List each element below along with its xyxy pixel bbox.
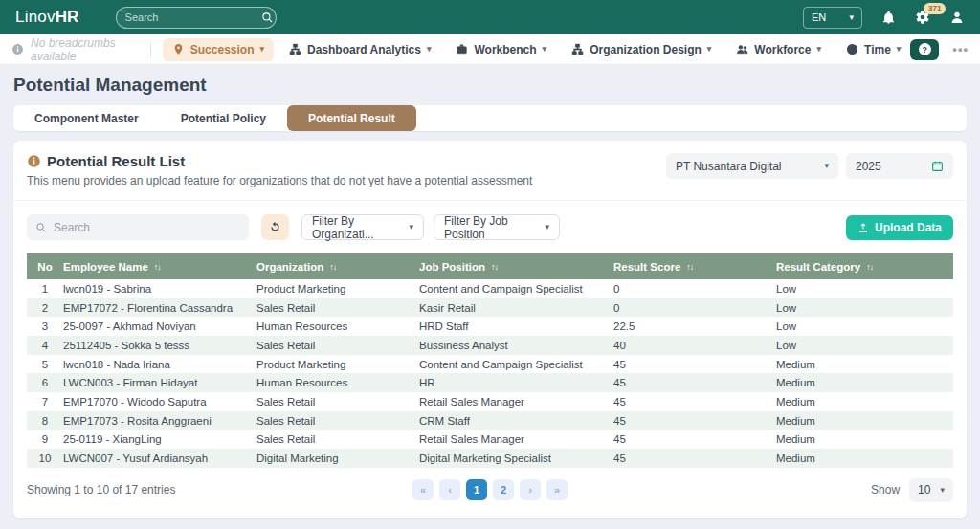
column-header-job-position[interactable]: Job Position↑↓ bbox=[419, 261, 613, 273]
table-row[interactable]: 2EMP17072 - Florentina CassandraSales Re… bbox=[27, 298, 953, 318]
nav-item-label: Workbench bbox=[474, 43, 536, 56]
cell-result-category: Medium bbox=[776, 415, 953, 427]
chevron-down-icon: ▾ bbox=[849, 13, 854, 22]
nav-item-label: Succession bbox=[190, 43, 255, 56]
more-menu-button[interactable]: ••• bbox=[952, 42, 969, 56]
table-row[interactable]: 7EMP17070 - Widodo SaputraSales RetailRe… bbox=[27, 392, 953, 411]
entries-summary: Showing 1 to 10 of 17 entries bbox=[27, 483, 323, 496]
topbar: LinovHR EN ▾ 371 bbox=[0, 0, 980, 34]
cell-employee-name: lwcn019 - Sabrina bbox=[63, 283, 256, 295]
page-title: Potential Management bbox=[13, 75, 967, 96]
table-search[interactable] bbox=[27, 214, 249, 240]
table-row[interactable]: 6LWCN003 - Firman HidayatHuman Resources… bbox=[27, 373, 953, 392]
sort-icon: ↑↓ bbox=[329, 262, 336, 272]
cell-job-position: Content and Campaign Specialist bbox=[419, 283, 613, 295]
tab-potential-result[interactable]: Potential Result bbox=[287, 105, 416, 131]
nav-item-organization-design[interactable]: Organization Design▾ bbox=[562, 38, 721, 61]
tab-potential-policy[interactable]: Potential Policy bbox=[160, 105, 287, 131]
table-header-row: NoEmployee Name↑↓Organization↑↓Job Posit… bbox=[27, 253, 953, 279]
cell-employee-name: EMP17072 - Florentina Cassandra bbox=[63, 302, 256, 314]
question-icon: ? bbox=[919, 43, 931, 55]
cell-result-score: 45 bbox=[613, 396, 776, 408]
table-row[interactable]: 925-0119 - XiangLingSales RetailRetail S… bbox=[27, 430, 953, 450]
show-label: Show bbox=[871, 483, 900, 496]
tab-component-master[interactable]: Component Master bbox=[13, 105, 160, 131]
global-search[interactable] bbox=[116, 7, 277, 29]
cell-no: 2 bbox=[27, 302, 63, 314]
column-header-employee-name[interactable]: Employee Name↑↓ bbox=[63, 261, 256, 273]
page-size-select[interactable]: 10 ▾ bbox=[909, 478, 953, 502]
chevron-down-icon: ▾ bbox=[824, 162, 829, 170]
app-logo: LinovHR bbox=[15, 8, 79, 27]
year-picker[interactable]: 2025 bbox=[846, 153, 953, 179]
cell-organization: Product Marketing bbox=[256, 359, 419, 370]
sort-icon: ↑↓ bbox=[866, 262, 873, 272]
notifications-bell-button[interactable] bbox=[881, 11, 896, 25]
person-icon bbox=[949, 10, 965, 25]
profile-button[interactable] bbox=[949, 10, 965, 25]
cell-result-category: Low bbox=[776, 283, 953, 295]
main-navbar: No breadcrumbs available Succession▾Dash… bbox=[0, 34, 980, 65]
cell-employee-name: 25112405 - Sokka 5 tesss bbox=[63, 340, 256, 351]
nav-item-succession[interactable]: Succession▾ bbox=[163, 38, 274, 61]
filter-job-position-value: Filter By Job Position bbox=[444, 214, 545, 241]
column-header-result-score[interactable]: Result Score↑↓ bbox=[613, 261, 776, 273]
cell-organization: Sales Retail bbox=[256, 396, 419, 408]
cell-employee-name: lwcn018 - Nada Iriana bbox=[63, 359, 256, 370]
cell-result-score: 45 bbox=[613, 452, 776, 464]
company-select[interactable]: PT Nusantara Digital ▾ bbox=[666, 153, 838, 179]
nav-item-workforce[interactable]: Workforce▾ bbox=[726, 38, 831, 61]
page-button-1[interactable]: 1 bbox=[466, 479, 487, 500]
briefcase-icon bbox=[456, 43, 468, 55]
cell-job-position: HRD Staff bbox=[419, 320, 613, 332]
pager-nav-button[interactable]: › bbox=[520, 479, 541, 500]
page-size-value: 10 bbox=[918, 483, 930, 496]
cell-result-score: 45 bbox=[613, 415, 776, 427]
column-label: Result Score bbox=[613, 261, 680, 273]
column-header-result-category[interactable]: Result Category↑↓ bbox=[776, 261, 953, 273]
cell-job-position: Content and Campaign Specialist bbox=[419, 359, 613, 370]
clock-icon bbox=[846, 43, 858, 55]
chevron-down-icon: ▾ bbox=[259, 45, 264, 54]
column-header-organization[interactable]: Organization↑↓ bbox=[256, 261, 419, 273]
table-search-input[interactable] bbox=[54, 221, 240, 234]
settings-gear-button[interactable]: 371 bbox=[915, 10, 930, 25]
help-button[interactable]: ? bbox=[910, 39, 939, 60]
pager-nav-button[interactable]: « bbox=[412, 479, 434, 500]
sort-icon: ↑↓ bbox=[491, 262, 498, 272]
upload-data-button[interactable]: Upload Data bbox=[846, 215, 953, 240]
global-search-input[interactable] bbox=[125, 11, 261, 23]
cell-no: 7 bbox=[27, 396, 63, 408]
nav-item-workbench[interactable]: Workbench▾ bbox=[446, 38, 556, 61]
cell-result-category: Medium bbox=[776, 433, 953, 445]
column-label: Job Position bbox=[419, 261, 485, 273]
cell-employee-name: LWCN007 - Yusuf Ardiansyah bbox=[63, 452, 256, 464]
nav-item-label: Organization Design bbox=[590, 43, 702, 56]
table-row[interactable]: 425112405 - Sokka 5 tesssSales RetailBus… bbox=[27, 336, 953, 355]
cell-no: 9 bbox=[27, 433, 63, 445]
language-selector[interactable]: EN ▾ bbox=[803, 7, 862, 29]
filter-job-position-select[interactable]: Filter By Job Position ▾ bbox=[434, 214, 560, 240]
pager-nav-button[interactable]: ‹ bbox=[439, 479, 460, 500]
column-label: Result Category bbox=[776, 261, 860, 273]
page-button-2[interactable]: 2 bbox=[493, 479, 514, 500]
refresh-button[interactable] bbox=[261, 214, 289, 240]
breadcrumb-hint-text: No breadcrumbs available bbox=[31, 36, 139, 63]
cell-result-score: 22.5 bbox=[613, 320, 776, 332]
cell-result-category: Medium bbox=[776, 377, 953, 388]
card-title: Potential Result List bbox=[47, 153, 185, 169]
pager-nav-button[interactable]: » bbox=[546, 479, 568, 500]
nav-item-time[interactable]: Time▾ bbox=[836, 38, 910, 61]
table-row[interactable]: 5lwcn018 - Nada IrianaProduct MarketingC… bbox=[27, 355, 953, 374]
cell-job-position: Bussiness Analyst bbox=[419, 340, 613, 351]
nav-item-dashboard-analytics[interactable]: Dashboard Analytics▾ bbox=[279, 38, 440, 61]
table-row[interactable]: 325-0097 - Akhmad NoviyanHuman Resources… bbox=[27, 317, 953, 336]
filter-organization-select[interactable]: Filter By Organizati... ▾ bbox=[301, 214, 424, 240]
cell-result-score: 45 bbox=[613, 377, 776, 388]
cell-organization: Sales Retail bbox=[256, 340, 419, 351]
upload-data-label: Upload Data bbox=[875, 221, 942, 234]
cell-result-category: Medium bbox=[776, 396, 953, 408]
table-row[interactable]: 8EMP17073 - Rosita AnggraeniSales Retail… bbox=[27, 411, 953, 430]
table-row[interactable]: 10LWCN007 - Yusuf ArdiansyahDigital Mark… bbox=[27, 449, 953, 468]
table-row[interactable]: 1lwcn019 - SabrinaProduct MarketingConte… bbox=[27, 279, 953, 298]
